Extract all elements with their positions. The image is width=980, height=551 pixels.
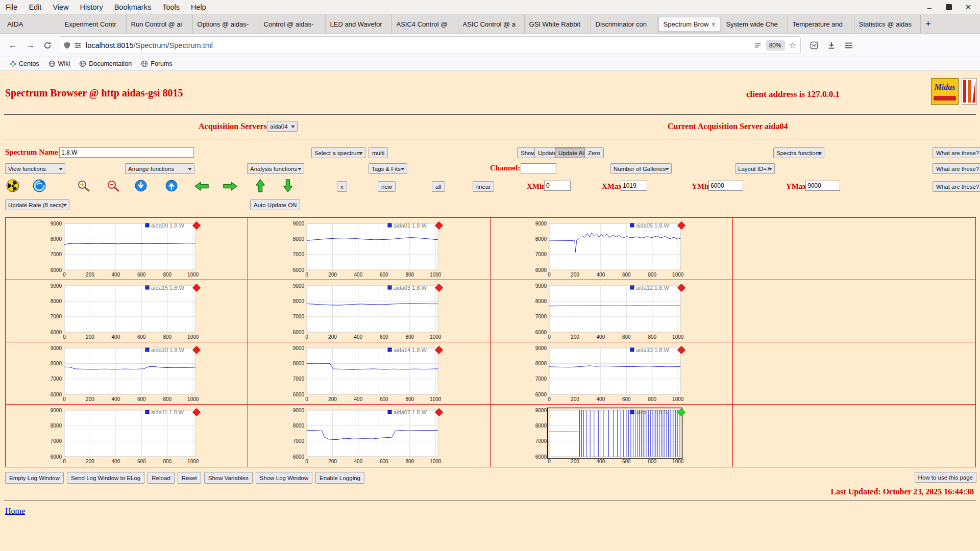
number-of-galleries-dropdown[interactable]: Number of Galleries (610, 163, 672, 174)
url-text[interactable]: localhost:8015/Spectrum/Spectrum.tml (86, 41, 754, 49)
zero-button[interactable]: Zero (584, 147, 604, 158)
chart-cell[interactable]: 600070008000900002004006008001000aida16 … (491, 405, 733, 467)
tab[interactable]: Statistics @ aidas (854, 15, 921, 33)
green-down-arrow-icon[interactable] (283, 179, 293, 193)
layout-id-dropdown[interactable]: Layout ID=7 (735, 163, 775, 174)
home-link[interactable]: Home (5, 507, 25, 516)
x-button[interactable]: x (337, 181, 347, 192)
chart-cell[interactable]: 600070008000900002004006008001000aida07 … (248, 405, 491, 467)
chart-cell[interactable]: 600070008000900002004006008001000aida09 … (6, 218, 248, 280)
radiation-icon[interactable] (6, 179, 19, 192)
menu-file[interactable]: File (0, 0, 23, 14)
green-left-arrow-icon[interactable] (194, 181, 209, 191)
multi-button[interactable]: multi (369, 147, 388, 158)
update-rate-dropdown[interactable]: Update Rate (8 secs) (5, 199, 69, 210)
spectra-functions-dropdown[interactable]: Spectra functions (773, 147, 824, 158)
view-functions-dropdown[interactable]: View functions (5, 163, 65, 174)
acquisition-server-select[interactable]: aida04 (267, 121, 298, 132)
tab[interactable]: Run Control @ ai (127, 15, 193, 33)
tab[interactable]: Options @ aidas- (193, 15, 259, 33)
ymax-input[interactable] (805, 181, 840, 191)
bookmark-item-documentation[interactable]: Documentation (75, 57, 136, 70)
bookmark-star-icon[interactable]: ☆ (789, 40, 796, 50)
what-are-these-button-3[interactable]: What are these? (933, 181, 980, 192)
tab[interactable]: Temperature and (788, 15, 854, 33)
menu-tools[interactable]: Tools (157, 0, 185, 14)
fair-gsi-logo[interactable] (962, 78, 977, 107)
reload-button[interactable]: Reload (148, 472, 174, 484)
chart-cell[interactable]: 600070008000900002004006008001000aida10 … (6, 342, 248, 405)
what-are-these-button-2[interactable]: What are these? (933, 163, 980, 174)
menu-bookmarks[interactable]: Bookmarks (109, 0, 157, 14)
spectrum-chart[interactable]: 600070008000900002004006008001000aida07 … (280, 406, 448, 466)
spectrum-chart[interactable]: 600070008000900002004006008001000aida03 … (280, 281, 448, 341)
pocket-icon[interactable] (805, 37, 823, 54)
midas-logo[interactable]: Midas (931, 78, 959, 105)
enable-logging-button[interactable]: Enable Logging (315, 472, 364, 484)
tab[interactable]: Experiment Contr (60, 15, 127, 33)
tab[interactable]: System wide Che (722, 15, 788, 33)
spectrum-chart[interactable]: 600070008000900002004006008001000aida10 … (37, 343, 206, 404)
chart-cell[interactable]: 600070008000900002004006008001000aida01 … (248, 218, 491, 280)
tab-close-icon[interactable]: × (712, 20, 716, 28)
tab-active[interactable]: Spectrum Brow× (658, 17, 721, 32)
zoom-in-icon[interactable] (77, 179, 91, 193)
shield-icon[interactable] (63, 41, 71, 49)
maximize-icon[interactable] (943, 2, 954, 13)
send-log-window-to-elog-button[interactable]: Send Log Window to ELog (67, 472, 144, 484)
blue-up-arrow-icon[interactable] (165, 179, 178, 192)
chart-cell[interactable]: 600070008000900002004006008001000aida05 … (491, 218, 733, 280)
tab[interactable]: Discriminator con (591, 15, 657, 33)
linear-button[interactable]: linear (473, 181, 494, 192)
zoom-out-icon[interactable] (106, 179, 120, 193)
chart-cell[interactable]: 600070008000900002004006008001000aida15 … (6, 280, 248, 342)
chart-cell[interactable]: 600070008000900002004006008001000aida11 … (6, 405, 248, 467)
spectrum-chart[interactable]: 600070008000900002004006008001000aida16 … (522, 406, 691, 466)
ymin-input[interactable] (708, 181, 743, 191)
url-bar[interactable]: localhost:8015/Spectrum/Spectrum.tml 80%… (59, 37, 800, 54)
tab[interactable]: ASIC Control @ a (458, 15, 525, 33)
new-button[interactable]: new (378, 181, 396, 192)
site-info-icon[interactable] (74, 42, 82, 49)
spectrum-chart[interactable]: 600070008000900002004006008001000aida11 … (37, 406, 206, 466)
reset-button[interactable]: Reset (178, 472, 201, 484)
chart-cell[interactable]: 600070008000900002004006008001000aida12 … (491, 280, 733, 342)
zoom-level-badge[interactable]: 80% (766, 40, 785, 51)
channel-input[interactable] (521, 163, 556, 173)
tab[interactable]: LED and Wavefor (326, 15, 392, 33)
how-to-use-button[interactable]: How to use this page (915, 472, 976, 483)
back-button[interactable]: ← (4, 37, 21, 54)
menu-view[interactable]: View (47, 0, 74, 14)
tab[interactable]: Control @ aidas- (259, 15, 326, 33)
tab[interactable]: GSI White Rabbit (525, 15, 591, 33)
new-tab-button[interactable]: + (921, 17, 936, 31)
reader-mode-icon[interactable] (754, 42, 762, 49)
refresh-cycle-icon[interactable] (33, 179, 46, 192)
menu-history[interactable]: History (75, 0, 109, 14)
chart-cell[interactable]: 600070008000900002004006008001000aida03 … (248, 280, 491, 342)
analysis-functions-dropdown[interactable]: Analysis functions (247, 163, 304, 174)
spectrum-chart[interactable]: 600070008000900002004006008001000aida14 … (280, 343, 448, 404)
spectrum-chart[interactable]: 600070008000900002004006008001000aida05 … (522, 219, 691, 279)
xmax-input[interactable] (621, 181, 647, 191)
tags-fits-dropdown[interactable]: Tags & Fits (369, 163, 407, 174)
tab[interactable]: ASIC4 Control @ (392, 15, 458, 33)
auto-update-button[interactable]: Auto Update ON (250, 199, 300, 210)
xmin-input[interactable] (544, 181, 571, 191)
spectrum-chart[interactable]: 600070008000900002004006008001000aida01 … (280, 219, 448, 279)
arrange-functions-dropdown[interactable]: Arrange functions (125, 163, 194, 174)
what-are-these-button-1[interactable]: What are these? (933, 147, 980, 158)
blue-down-arrow-icon[interactable] (135, 179, 147, 192)
bookmark-item-wiki[interactable]: Wiki (44, 57, 75, 70)
select-spectrum-dropdown[interactable]: Select a spectrum (311, 147, 365, 158)
forward-button[interactable]: → (21, 37, 39, 54)
green-up-arrow-icon[interactable] (255, 179, 265, 193)
spectrum-chart[interactable]: 600070008000900002004006008001000aida15 … (37, 281, 206, 341)
download-icon[interactable] (823, 37, 840, 54)
empty-log-window-button[interactable]: Empty Log Window (5, 472, 64, 484)
chart-cell[interactable]: 600070008000900002004006008001000aida13 … (491, 342, 733, 405)
reload-button[interactable] (39, 37, 56, 54)
show-log-window-button[interactable]: Show Log Window (256, 472, 312, 484)
hamburger-menu-icon[interactable] (840, 37, 857, 54)
menu-help[interactable]: Help (185, 0, 212, 14)
